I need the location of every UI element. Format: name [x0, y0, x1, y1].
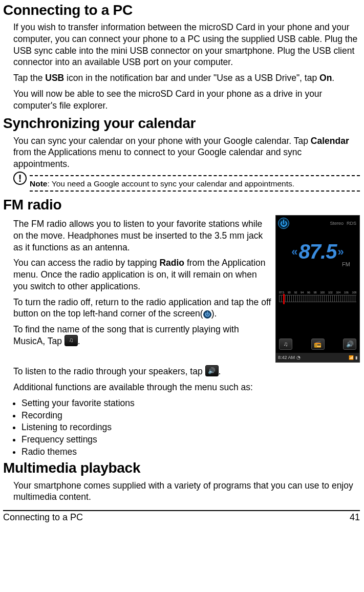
dial-tick: 100 [320, 291, 325, 294]
badge-rds: RDS [347, 221, 356, 226]
text-run: from the Applications menu to connect to… [13, 147, 302, 169]
fm-paragraph-1: The FM radio allows you to listen to you… [13, 218, 272, 253]
note-text: Note: You need a Google account to sync … [30, 179, 360, 188]
status-time: 8:42 AM ◔ [278, 355, 301, 360]
fm-paragraph-6: Additional functions are available throu… [13, 382, 360, 393]
dial-tick: 90 [288, 291, 291, 294]
fm-feature-list: Setting your favorite stations Recording… [13, 397, 360, 458]
dial-tick: 102 [328, 291, 333, 294]
pc-paragraph-2: Tap the USB icon in the notification bar… [13, 72, 360, 84]
text-run: . [219, 366, 221, 376]
signal-icon: 📶 [349, 355, 354, 360]
note-body: : You need a Google account to sync your… [47, 179, 294, 188]
fm-paragraph-2: You can access the radio by tapping Radi… [13, 257, 272, 292]
phone-musica-button[interactable]: ♫ [279, 339, 292, 350]
dial-scale[interactable]: 87.5 90 92 94 96 98 100 102 104 106 108 [276, 291, 359, 307]
bold-usb: USB [45, 73, 64, 83]
dial-tick: 96 [307, 291, 310, 294]
list-item: Listening to recordings [22, 421, 360, 434]
page-footer: Connecting to a PC 41 [3, 510, 360, 523]
phone-power-button[interactable]: ⏻ [278, 218, 289, 229]
heading-fm-radio: FM radio [3, 197, 360, 213]
text-run: To turn the radio off, return to the rad… [13, 297, 271, 319]
dial-tick: 92 [294, 291, 297, 294]
bold-calendar: Calendar [311, 136, 349, 146]
phone-scan-button[interactable]: 📻 [311, 339, 325, 350]
dial-tick: 98 [314, 291, 317, 294]
text-run: To find the name of the song that is cur… [13, 324, 239, 346]
text-run: You can access the radio by tapping [13, 258, 159, 268]
mm-paragraph-1: Your smartphone comes supplied with a va… [13, 480, 360, 503]
bold-radio: Radio [159, 258, 184, 268]
fm-radio-screenshot: ⏻ Stereo RDS « 87.5 » FM 87 [275, 215, 360, 363]
dial-tick: 94 [301, 291, 304, 294]
alert-icon: ! [13, 172, 27, 185]
text-run: . [78, 336, 80, 346]
power-icon: ⏻ [203, 310, 211, 319]
footer-page-number: 41 [350, 512, 360, 523]
battery-icon: ▮ [355, 355, 357, 360]
heading-connecting-pc: Connecting to a PC [3, 2, 360, 18]
text-run: Tap the [13, 73, 45, 83]
dial-tick: 104 [336, 291, 340, 294]
text-run: To listen to the radio through your spea… [13, 366, 205, 376]
speaker-icon: 🔊 [205, 365, 219, 376]
list-item: Recording [22, 410, 360, 422]
text-run: You can sync your calendar on your phone… [13, 136, 311, 146]
pc-paragraph-3: You will now be able to see the microSD … [13, 88, 360, 112]
fm-paragraph-5: To listen to the radio through your spea… [13, 366, 360, 377]
text-run: ). [211, 308, 217, 319]
list-item: Setting your favorite stations [22, 397, 360, 410]
musica-icon: ♫ [65, 335, 78, 346]
fm-paragraph-3: To turn the radio off, return to the rad… [13, 297, 272, 320]
bold-on: On [319, 73, 332, 83]
fm-paragraph-4: To find the name of the song that is cur… [13, 324, 272, 347]
dashed-rule-top [30, 175, 360, 176]
heading-multimedia: Multimedia playback [3, 460, 360, 476]
footer-title: Connecting to a PC [3, 512, 83, 523]
dashed-rule-bottom [30, 191, 360, 192]
note-label: Note [30, 179, 47, 188]
dial-cursor [283, 294, 285, 304]
tune-right-icon[interactable]: » [337, 245, 344, 259]
status-icons: 📶 ▮ [349, 355, 357, 360]
badge-stereo: Stereo [330, 221, 344, 226]
phone-speaker-button[interactable]: 🔊 [343, 339, 356, 350]
list-item: Frequency settings [22, 434, 360, 446]
pc-paragraph-1: If you wish to transfer information betw… [13, 22, 360, 68]
text-run: . [332, 73, 334, 83]
dial-tick: 106 [344, 291, 349, 294]
frequency-value: 87.5 [299, 240, 337, 263]
text-run: icon in the notification bar and under "… [64, 73, 319, 83]
list-item: Radio themes [22, 446, 360, 458]
heading-sync-calendar: Synchronizing your calendar [3, 115, 360, 132]
note-box: ! Note: You need a Google account to syn… [13, 175, 360, 192]
dial-tick: 108 [352, 291, 356, 294]
tune-left-icon[interactable]: « [291, 245, 297, 259]
cal-paragraph-1: You can sync your calendar on your phone… [13, 135, 360, 170]
